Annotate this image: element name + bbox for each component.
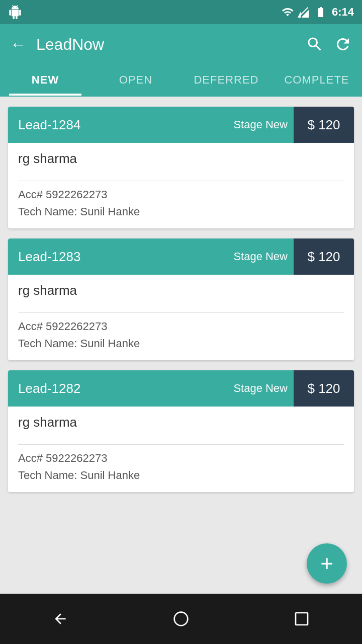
lead-customer-1283: rg sharma [18,283,344,304]
lead-customer-1284: rg sharma [18,151,344,173]
nav-recent-button[interactable] [287,604,317,634]
tabs: NEW OPEN DEFERRED COMPLETE [0,64,362,97]
lead-card-body-1282: rg sharma Acc# 5922262273 Tech Name: Sun… [8,407,354,492]
back-button[interactable]: ← [10,35,26,54]
lead-card-1282[interactable]: Lead-1282 Stage New $ 120 rg sharma Acc#… [8,370,354,492]
wifi-icon [282,6,294,18]
refresh-icon[interactable] [334,35,352,53]
lead-acc-1282: Acc# 5922262273 [18,452,344,465]
tab-deferred[interactable]: DEFERRED [181,64,272,96]
lead-card-header-1284: Lead-1284 Stage New $ 120 [8,107,354,143]
nav-back-button[interactable] [45,604,75,634]
toolbar-left: ← LeadNow [10,35,104,54]
battery-icon [314,6,328,18]
lead-acc-1283: Acc# 5922262273 [18,320,344,333]
lead-amount-1284: $ 120 [294,107,354,143]
lead-customer-1282: rg sharma [18,415,344,436]
add-lead-fab[interactable]: + [307,543,347,584]
status-time: 6:14 [332,6,354,19]
svg-point-0 [174,612,188,626]
lead-acc-1284: Acc# 5922262273 [18,188,344,201]
lead-stage-1284: Stage New [233,118,294,131]
nav-home-button[interactable] [166,604,196,634]
toolbar-right [306,35,352,53]
lead-id-1282: Lead-1282 [8,381,233,396]
status-bar: 6:14 [0,0,362,24]
lead-stage-1283: Stage New [233,250,294,263]
android-icon [8,5,22,19]
tab-complete[interactable]: COMPLETE [272,64,362,96]
lead-id-1283: Lead-1283 [8,249,233,265]
lead-card-header-1282: Lead-1282 Stage New $ 120 [8,370,354,407]
lead-card-1283[interactable]: Lead-1283 Stage New $ 120 rg sharma Acc#… [8,238,354,360]
search-icon[interactable] [306,35,324,53]
status-bar-right: 6:14 [282,6,354,19]
app-title: LeadNow [36,35,104,54]
lead-card-body-1283: rg sharma Acc# 5922262273 Tech Name: Sun… [8,275,354,360]
lead-tech-1284: Tech Name: Sunil Hanke [18,205,344,218]
lead-tech-1282: Tech Name: Sunil Hanke [18,469,344,482]
lead-card-1284[interactable]: Lead-1284 Stage New $ 120 rg sharma Acc#… [8,107,354,228]
toolbar: ← LeadNow [0,24,362,64]
lead-divider-1284 [18,181,344,181]
lead-stage-1282: Stage New [233,382,294,395]
svg-rect-1 [296,613,308,625]
lead-divider-1283 [18,312,344,313]
signal-off-icon [298,6,310,18]
tab-open[interactable]: OPEN [90,64,181,96]
lead-card-body-1284: rg sharma Acc# 5922262273 Tech Name: Sun… [8,143,354,228]
status-bar-left [8,5,22,19]
lead-id-1284: Lead-1284 [8,117,233,133]
lead-amount-1283: $ 120 [294,238,354,275]
lead-amount-1282: $ 120 [294,370,354,407]
lead-divider-1282 [18,444,344,445]
tab-new[interactable]: NEW [0,64,90,96]
leads-list: Lead-1284 Stage New $ 120 rg sharma Acc#… [0,97,362,594]
lead-tech-1283: Tech Name: Sunil Hanke [18,337,344,350]
nav-bar [0,594,362,644]
lead-card-header-1283: Lead-1283 Stage New $ 120 [8,238,354,275]
